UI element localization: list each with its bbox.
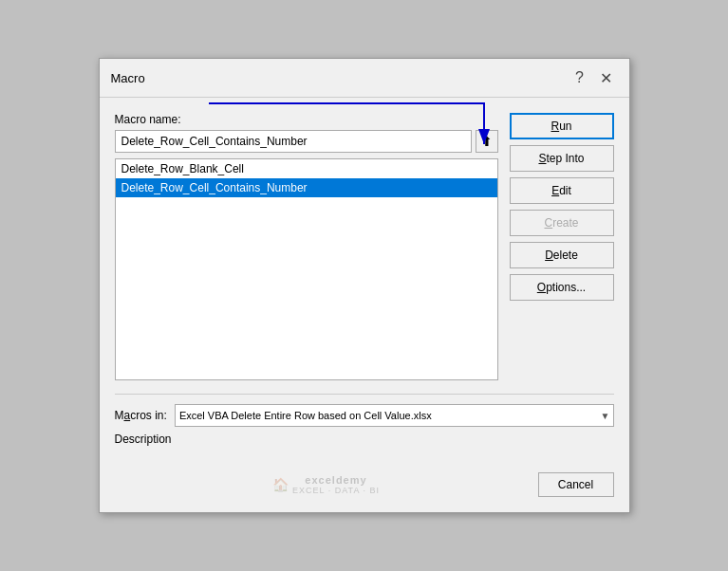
create-button[interactable]: Create [510, 210, 614, 236]
list-item[interactable]: Delete_Row_Cell_Contains_Number [116, 178, 497, 197]
cancel-button[interactable]: Cancel [538, 472, 614, 497]
macro-dialog: Macro ? ✕ Macro name: ⬆ Delete_Row [99, 58, 630, 513]
upload-button[interactable]: ⬆ [476, 130, 498, 153]
macro-name-label: Macro name: [115, 113, 498, 126]
title-bar-controls: ? ✕ [569, 66, 618, 89]
right-panel: Run Step Into Edit Create Delete Options… [510, 113, 614, 380]
run-button[interactable]: Run [510, 113, 614, 139]
macro-list-inner: Delete_Row_Blank_Cell Delete_Row_Cell_Co… [116, 159, 497, 197]
macro-list[interactable]: Delete_Row_Blank_Cell Delete_Row_Cell_Co… [115, 158, 498, 380]
title-bar: Macro ? ✕ [100, 59, 629, 98]
macros-in-row: Macros in: Excel VBA Delete Entire Row b… [115, 404, 614, 427]
dialog-content: Macro name: ⬆ Delete_Row_Blank_Cell Dele… [100, 98, 629, 512]
macro-name-input[interactable] [115, 130, 472, 153]
main-area: Macro name: ⬆ Delete_Row_Blank_Cell Dele… [115, 113, 614, 380]
macros-in-label: Macros in: [115, 409, 167, 422]
macro-name-row: ⬆ [115, 130, 498, 153]
step-into-button[interactable]: Step Into [510, 145, 614, 172]
watermark-logo: 🏠 exceldemy EXCEL · DATA · BI [272, 474, 380, 495]
close-button[interactable]: ✕ [595, 66, 618, 89]
macros-in-select-wrapper: Excel VBA Delete Entire Row based on Cel… [175, 404, 614, 427]
description-label: Description [115, 433, 614, 446]
edit-button[interactable]: Edit [510, 177, 614, 204]
bottom-area: Macros in: Excel VBA Delete Entire Row b… [115, 394, 614, 450]
help-button[interactable]: ? [569, 66, 591, 89]
left-panel: Macro name: ⬆ Delete_Row_Blank_Cell Dele… [115, 113, 498, 380]
delete-button[interactable]: Delete [510, 242, 614, 268]
list-item[interactable]: Delete_Row_Blank_Cell [116, 159, 497, 178]
footer-row: 🏠 exceldemy EXCEL · DATA · BI Cancel [115, 463, 614, 497]
watermark: 🏠 exceldemy EXCEL · DATA · BI [115, 474, 538, 495]
options-button[interactable]: Options... [510, 274, 614, 301]
watermark-line2: EXCEL · DATA · BI [292, 486, 380, 495]
macros-in-select[interactable]: Excel VBA Delete Entire Row based on Cel… [175, 404, 614, 427]
watermark-icon: 🏠 [272, 477, 289, 492]
dialog-wrapper: Macro ? ✕ Macro name: ⬆ Delete_Row [99, 58, 630, 513]
dialog-title: Macro [111, 71, 145, 85]
watermark-line1: exceldemy [292, 474, 380, 486]
